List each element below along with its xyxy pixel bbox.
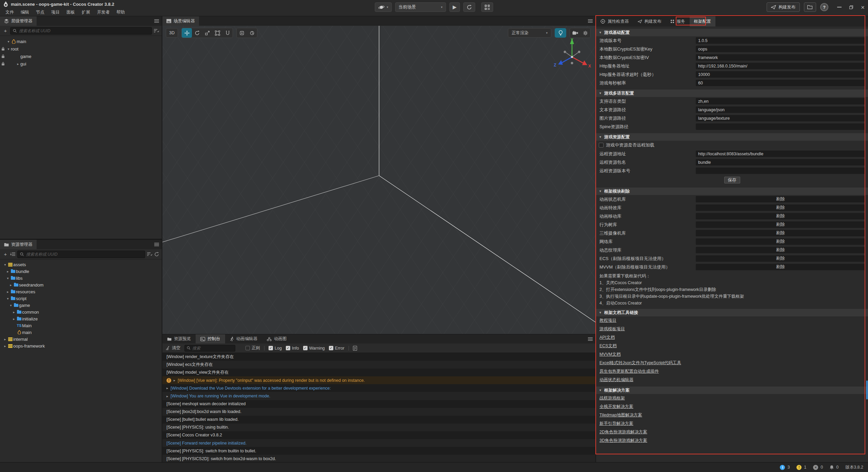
refresh-icon[interactable] — [154, 252, 159, 257]
tree-node-game[interactable]: game — [0, 53, 162, 60]
add-asset-button[interactable]: + — [3, 251, 8, 257]
render-mode-dropdown[interactable]: 正常渲染 ▾ — [508, 28, 551, 38]
assets-search-box[interactable] — [17, 251, 145, 258]
restart-button[interactable] — [463, 2, 475, 12]
trim-button[interactable]: 剔除 — [696, 204, 865, 211]
sort-icon[interactable] — [10, 252, 15, 256]
asset-node-bundle[interactable]: ▸bundle — [0, 268, 162, 275]
text-path-input[interactable] — [696, 106, 865, 113]
remote-version-input[interactable] — [696, 168, 865, 174]
image-path-input[interactable] — [696, 115, 865, 121]
asset-node-internal[interactable]: ▸internal — [0, 336, 162, 342]
link-2d-rpg-solution[interactable]: 2D角色扮演游戏解决方案 — [599, 429, 647, 435]
tree-node-main[interactable]: ▾ main — [0, 38, 162, 45]
tree-node-root[interactable]: ▾ root — [0, 45, 162, 53]
asset-node-assets[interactable]: ▾assets — [0, 261, 162, 268]
link-ecs-docs[interactable]: ECS文档 — [599, 343, 617, 349]
asset-node-game[interactable]: ▾game — [0, 302, 162, 309]
clear-console-button[interactable]: 清空 — [166, 345, 180, 351]
languages-input[interactable] — [696, 98, 865, 104]
asset-node-Main[interactable]: TSMain — [0, 322, 162, 329]
asset-node-common[interactable]: ▸common — [0, 309, 162, 315]
tab-animation-editor[interactable]: 动画编辑器 — [225, 334, 262, 343]
trim-button[interactable]: 剔除 — [696, 230, 865, 236]
asset-node-resources[interactable]: ▸resources — [0, 288, 162, 295]
link-guide-solution[interactable]: 新手引导解决方案 — [599, 421, 633, 427]
play-button[interactable]: ▶ — [449, 2, 460, 12]
tree-node-gui[interactable]: ▸ gui — [0, 60, 162, 67]
log-row[interactable]: [Scene] Cocos Creator v3.8.2 — [162, 431, 595, 439]
remote-url-input[interactable] — [696, 151, 865, 157]
expand-arrow-icon[interactable]: ▾ — [6, 40, 11, 43]
asset-node-initialize[interactable]: ▸initialize — [0, 315, 162, 322]
spine-path-input[interactable] — [696, 123, 865, 130]
menu-project[interactable]: 项目 — [48, 9, 63, 16]
rect-tool-button[interactable] — [212, 28, 222, 38]
game-version-input[interactable] — [696, 37, 865, 44]
preview-qr-button[interactable] — [481, 2, 493, 12]
coordinate-space-button[interactable] — [247, 28, 257, 38]
trim-button[interactable]: 剔除 — [696, 196, 865, 202]
close-icon[interactable]: × — [861, 4, 865, 11]
menu-edit[interactable]: 编辑 — [17, 9, 33, 16]
crypto-key-input[interactable] — [696, 46, 865, 52]
console-search-box[interactable] — [184, 345, 235, 352]
tab-property-inspector[interactable]: 属性检查器 — [596, 16, 633, 26]
lock-icon[interactable] — [0, 62, 6, 66]
asset-node-seedrandom[interactable]: ▸seedrandom — [0, 281, 162, 288]
log-row-info[interactable]: ▸[Window] You are running Vue in develop… — [162, 392, 595, 400]
pivot-tool-button[interactable] — [237, 28, 247, 38]
section-module-trim[interactable]: ▼框架模块剔除 — [596, 188, 868, 195]
minimize-icon[interactable] — [837, 7, 842, 7]
tab-services[interactable]: 服务 — [666, 16, 690, 26]
add-node-button[interactable]: + — [3, 28, 8, 34]
link-wargame-framework[interactable]: 战棋游戏框架 — [599, 395, 625, 401]
assets-menu-icon[interactable] — [152, 240, 162, 249]
section-doc-links[interactable]: ▼框架文档工具链接 — [596, 309, 868, 316]
menu-panel[interactable]: 面板 — [63, 9, 78, 16]
link-anim-state-editor[interactable]: 动画状态机编辑器 — [599, 377, 633, 383]
scene-tab[interactable]: 场景编辑器 — [162, 16, 199, 26]
lock-icon[interactable] — [0, 47, 6, 51]
console-search-input[interactable] — [192, 346, 233, 351]
fps-input[interactable] — [696, 80, 865, 86]
http-server-input[interactable] — [696, 63, 865, 69]
section-resource-config[interactable]: ▼游戏资源配置 — [596, 133, 868, 141]
assets-tab[interactable]: 资源管理器 — [0, 240, 37, 249]
expand-arrow-icon[interactable]: ▸ — [8, 283, 13, 287]
tab-asset-preview[interactable]: 资源预览 — [162, 334, 196, 343]
inspector-scrollbar-thumb[interactable] — [866, 380, 868, 399]
expand-arrow-icon[interactable]: ▸ — [3, 344, 7, 348]
move-tool-button[interactable] — [182, 28, 192, 38]
log-row[interactable]: [Window] ecs文件夹存在 — [162, 361, 595, 369]
regex-checkbox[interactable]: 正则 — [245, 345, 260, 351]
menu-developer[interactable]: 开发者 — [94, 9, 113, 16]
hierarchy-menu-icon[interactable] — [152, 16, 162, 26]
menu-extension[interactable]: 扩展 — [78, 9, 94, 16]
link-tiledmap-solution[interactable]: Tiledmap地图解决方案 — [599, 412, 642, 418]
log-row[interactable]: [Scene] [bullet]:bullet wasm lib loaded. — [162, 416, 595, 424]
platform-preview-button[interactable]: ▾ — [375, 2, 392, 12]
expand-arrow-icon[interactable]: ▸ — [5, 270, 10, 273]
filter-info-checkbox[interactable]: ✓Info — [286, 346, 299, 351]
trim-button[interactable]: 剔除 — [696, 264, 865, 270]
menu-node[interactable]: 节点 — [33, 9, 48, 16]
link-hotupdate-plugin[interactable]: 原生包热更新配置自动生成插件 — [599, 369, 659, 374]
expand-arrow-icon[interactable]: ▾ — [5, 276, 10, 280]
log-row-info[interactable]: ▸[Window] Download the Vue Devtools exte… — [162, 384, 595, 392]
log-row[interactable]: [Scene] [PHYSICS]: switch from builtin t… — [162, 447, 595, 455]
save-button[interactable]: 保存 — [724, 177, 740, 183]
ui-transform-tool-button[interactable] — [222, 28, 233, 38]
scale-tool-button[interactable] — [202, 28, 212, 38]
crypto-iv-input[interactable] — [696, 54, 865, 61]
asset-node-libs[interactable]: ▾libs — [0, 275, 162, 281]
expand-arrow-icon[interactable]: ▸ — [3, 337, 7, 341]
tab-build-publish[interactable]: 构建发布 — [633, 16, 666, 26]
menu-file[interactable]: 文件 — [2, 9, 17, 16]
help-button[interactable]: ? — [820, 3, 828, 11]
expand-arrow-icon[interactable]: ▾ — [5, 297, 10, 300]
restore-icon[interactable] — [849, 5, 853, 9]
hierarchy-search-box[interactable] — [10, 27, 152, 35]
expand-arrow-icon[interactable]: ▸ — [5, 290, 10, 294]
section-i18n-config[interactable]: ▼游戏多语言配置 — [596, 90, 868, 97]
